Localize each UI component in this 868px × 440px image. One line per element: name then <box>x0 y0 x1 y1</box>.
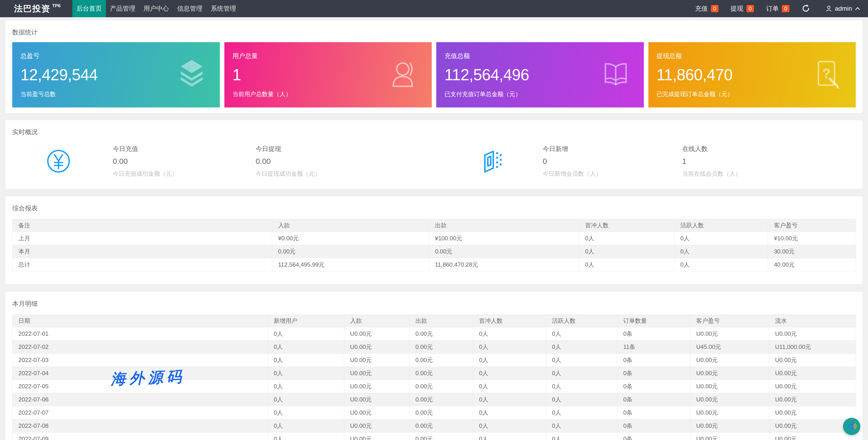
realtime-section-title: 实时概况 <box>12 120 856 136</box>
detail-section-title: 本月明细 <box>12 292 856 308</box>
table-cell: 11条 <box>617 340 690 353</box>
table-cell: 2022-07-01 <box>12 327 268 340</box>
table-cell: U0.00元 <box>769 419 856 433</box>
table-cell: 112,564,495.99元 <box>272 258 429 271</box>
realtime-label: 在线人数 <box>682 145 800 153</box>
building-icon <box>480 147 507 175</box>
quick-recharge[interactable]: 充值0 <box>689 0 724 17</box>
menu-item-products[interactable]: 产品管理 <box>106 0 140 17</box>
table-cell: 0人 <box>473 340 546 353</box>
quick-withdraw[interactable]: 提现0 <box>724 0 760 17</box>
brand-name: 法巴投资 <box>14 3 50 14</box>
table-cell: 0人 <box>473 380 546 393</box>
table-row: 2022-07-090人U0.00元0.00元0人0人0条U0.00元U0.00… <box>12 433 856 440</box>
table-cell: 0.00元 <box>429 245 579 258</box>
table-cell: 0条 <box>617 327 690 340</box>
menu-item-home[interactable]: 后台首页 <box>72 0 106 17</box>
layers-icon <box>175 58 209 92</box>
table-row: 2022-07-060人U0.00元0.00元0人0人0条U0.00元U0.00… <box>12 393 856 406</box>
column-header: 新增用户 <box>268 315 344 327</box>
table-cell: 0人 <box>674 245 768 258</box>
summary-section-title: 综合报表 <box>12 196 856 213</box>
table-cell: 0人 <box>473 406 546 419</box>
table-cell: 0人 <box>473 367 546 380</box>
table-cell: 0人 <box>546 406 617 419</box>
stat-cards: 总盈亏12,429,544当前盈亏总数用户总量1当前用户总数量（人）充值总额11… <box>12 42 856 107</box>
table-cell: ¥10.00元 <box>768 232 856 245</box>
detail-table: 日期新增用户入款出款首冲人数活跃人数订单数量客户盈亏流水2022-07-010人… <box>12 314 856 440</box>
table-cell: 2022-07-02 <box>12 340 268 353</box>
table-cell: U0.00元 <box>769 433 856 440</box>
column-header: 流水 <box>769 315 856 327</box>
stats-section-title: 数据统计 <box>12 21 856 37</box>
quick-items: 充值0提现0订单0 <box>689 0 796 17</box>
table-cell: U0.00元 <box>769 406 856 419</box>
table-cell: U0.00元 <box>769 327 856 340</box>
table-cell: 0人 <box>268 327 344 340</box>
user-menu[interactable]: admin <box>816 0 868 17</box>
table-cell: 0条 <box>617 419 690 433</box>
top-navbar: 法巴投资 TP6 后台首页产品管理用户中心信息管理系统管理 充值0提现0订单0 … <box>0 0 868 17</box>
navbar-right: 充值0提现0订单0 admin <box>689 0 868 17</box>
stat-card-profit: 总盈亏12,429,544当前盈亏总数 <box>12 42 220 107</box>
table-row: 2022-07-040人U0.00元0.00元0人0人0条U0.00元U0.00… <box>12 367 856 380</box>
table-cell: U0.00元 <box>344 393 409 406</box>
table-cell: 0.00元 <box>409 419 473 433</box>
badge-count: 0 <box>746 5 754 12</box>
table-cell: U11,000.00元 <box>769 340 856 353</box>
refresh-button[interactable] <box>796 0 816 17</box>
table-cell: U0.00元 <box>344 327 409 340</box>
table-cell: 0.00元 <box>409 327 473 340</box>
table-cell: 0人 <box>546 433 617 440</box>
realtime-item-online: 在线人数1当前在线会员数（人） <box>682 145 800 178</box>
menu-item-info[interactable]: 信息管理 <box>173 0 207 17</box>
column-header: 入款 <box>272 219 429 232</box>
speaker-icon <box>846 421 857 432</box>
table-cell: 0人 <box>473 393 546 406</box>
table-cell: 0条 <box>617 393 690 406</box>
table-cell: 0人 <box>268 380 344 393</box>
table-cell: 11,860,470.28元 <box>429 258 579 271</box>
stats-section: 数据统计 总盈亏12,429,544当前盈亏总数用户总量1当前用户总数量（人）充… <box>5 21 863 113</box>
column-header: 备注 <box>12 219 272 232</box>
brand: 法巴投资 TP6 <box>0 0 61 17</box>
realtime-item-today-recharge: 今日充值0.00今日充值成功金额（元） <box>113 145 231 178</box>
realtime-label: 今日提现 <box>256 145 374 153</box>
table-cell: 0人 <box>546 393 617 406</box>
table-cell: 2022-07-06 <box>12 393 268 406</box>
realtime-item-today-new: 今日新增0今日新增会员数（人） <box>543 145 661 178</box>
summary-table: 备注入款出款首冲人数活跃人数客户盈亏上月¥0.00元¥100.00元0人0人¥1… <box>12 219 856 271</box>
column-header: 出款 <box>409 315 473 327</box>
username: admin <box>835 5 852 12</box>
table-cell: U0.00元 <box>690 327 769 340</box>
menu-item-users[interactable]: 用户中心 <box>140 0 173 17</box>
table-cell: 2022-07-05 <box>12 380 268 393</box>
summary-section: 综合报表 备注入款出款首冲人数活跃人数客户盈亏上月¥0.00元¥100.00元0… <box>5 196 863 284</box>
column-header: 入款 <box>344 315 409 327</box>
table-cell: 2022-07-09 <box>12 433 268 440</box>
table-cell: 0条 <box>617 353 690 367</box>
table-cell: U0.00元 <box>344 380 409 393</box>
table-cell: 上月 <box>12 232 272 245</box>
table-cell: 0人 <box>546 419 617 433</box>
realtime-label: 今日充值 <box>113 145 231 153</box>
table-row: 总计112,564,495.99元11,860,470.28元0人0人40.00… <box>12 258 856 271</box>
column-header: 活跃人数 <box>546 315 617 327</box>
user-icon <box>386 58 421 92</box>
table-header-row: 日期新增用户入款出款首冲人数活跃人数订单数量客户盈亏流水 <box>12 315 856 327</box>
table-cell: 0.00元 <box>409 367 473 380</box>
table-cell: U0.00元 <box>690 433 769 440</box>
voice-broadcast-button[interactable] <box>843 418 860 435</box>
column-header: 客户盈亏 <box>768 219 856 232</box>
quick-orders[interactable]: 订单0 <box>760 0 795 17</box>
realtime-value: 0.00 <box>256 157 374 166</box>
table-cell: 0人 <box>268 340 344 353</box>
realtime-desc: 今日提现成功金额（元） <box>256 170 374 178</box>
stat-card-withdraw: 提现总额11,860,470已完成提现订单总金额（元）? <box>648 42 856 107</box>
table-cell: 0人 <box>546 353 617 367</box>
main-menu: 后台首页产品管理用户中心信息管理系统管理 <box>72 0 240 17</box>
menu-item-system[interactable]: 系统管理 <box>207 0 240 17</box>
table-cell: 0人 <box>579 245 674 258</box>
table-cell: 0人 <box>268 353 344 367</box>
table-cell: 0.00元 <box>409 406 473 419</box>
